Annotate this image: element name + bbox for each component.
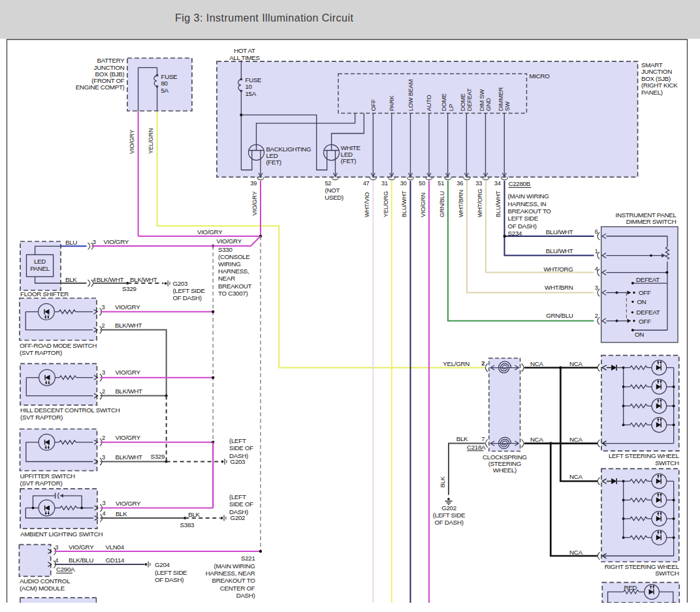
svg-text:WHT/VIO: WHT/VIO — [364, 192, 370, 217]
svg-text:(SVT RAPTOR): (SVT RAPTOR) — [20, 349, 62, 356]
svg-text:2: 2 — [481, 360, 485, 367]
svg-text:DOME: DOME — [441, 93, 447, 111]
svg-text:50: 50 — [419, 180, 425, 187]
svg-text:33: 33 — [475, 180, 482, 187]
svg-text:SWITCH: SWITCH — [655, 570, 679, 577]
svg-text:S329: S329 — [122, 285, 136, 292]
svg-text:INSTRUMENT PANEL: INSTRUMENT PANEL — [616, 211, 677, 219]
svg-text:BLK: BLK — [456, 435, 468, 442]
svg-text:(LEFT SIDE: (LEFT SIDE — [155, 569, 187, 576]
svg-text:(MAIN WIRING: (MAIN WIRING — [508, 192, 549, 200]
svg-text:FLOOR SHIFTER: FLOOR SHIFTER — [20, 290, 69, 298]
svg-text:(RIGHT KICK: (RIGHT KICK — [641, 82, 678, 89]
svg-text:OFF: OFF — [639, 289, 651, 296]
svg-text:BLK/WHT: BLK/WHT — [130, 276, 157, 283]
svg-text:15A: 15A — [246, 90, 257, 97]
svg-text:WHEEL): WHEEL) — [493, 467, 517, 474]
svg-text:BREAKOUT: BREAKOUT — [218, 283, 252, 290]
svg-text:51: 51 — [438, 180, 444, 187]
svg-text:DEFEAT: DEFEAT — [636, 276, 660, 283]
svg-text:CENTER OF: CENTER OF — [220, 585, 255, 592]
svg-text:DOME: DOME — [460, 93, 466, 111]
svg-text:DASH): DASH) — [229, 452, 248, 459]
svg-text:ON: ON — [635, 331, 644, 338]
svg-text:PANEL: PANEL — [30, 265, 50, 272]
svg-text:3: 3 — [102, 454, 105, 461]
svg-text:SIDE OF: SIDE OF — [229, 500, 253, 508]
svg-text:DIM SW: DIM SW — [479, 89, 485, 111]
svg-text:3: 3 — [595, 284, 598, 291]
svg-text:6: 6 — [595, 228, 598, 235]
svg-text:OF DASH): OF DASH) — [508, 222, 537, 230]
svg-text:1: 1 — [595, 248, 598, 254]
svg-text:YEL/GRN: YEL/GRN — [148, 129, 154, 154]
svg-text:OFF: OFF — [370, 99, 377, 112]
svg-text:HILL DESCENT CONTROL SWITCH: HILL DESCENT CONTROL SWITCH — [20, 406, 120, 414]
svg-text:SMART: SMART — [641, 61, 663, 69]
svg-text:BLK: BLK — [116, 510, 127, 517]
svg-text:(FET): (FET) — [266, 159, 281, 166]
svg-text:BLK: BLK — [439, 476, 446, 487]
svg-text:Fig 3: Instrument Illumination: Fig 3: Instrument Illumination Circuit — [175, 12, 353, 23]
svg-text:ENGINE COMPT): ENGINE COMPT) — [76, 84, 125, 91]
svg-text:(ACM) MODULE: (ACM) MODULE — [20, 585, 65, 592]
svg-text:HARNESS, NEAR: HARNESS, NEAR — [206, 570, 255, 577]
svg-text:30: 30 — [400, 180, 407, 187]
svg-text:GD114: GD114 — [106, 557, 125, 564]
svg-text:WHT/BRN: WHT/BRN — [458, 190, 464, 217]
svg-text:10: 10 — [246, 83, 253, 90]
svg-text:VIO/GRY: VIO/GRY — [197, 228, 223, 236]
svg-text:C218A: C218A — [467, 444, 486, 451]
svg-text:34: 34 — [494, 180, 501, 187]
svg-text:PARK: PARK — [389, 95, 395, 111]
svg-text:80: 80 — [161, 80, 168, 87]
svg-text:BLK: BLK — [188, 511, 200, 518]
svg-text:VIO/GRY: VIO/GRY — [104, 238, 129, 245]
svg-text:NCA: NCA — [530, 360, 543, 367]
svg-text:LP: LP — [448, 104, 454, 111]
svg-text:S221: S221 — [241, 555, 255, 562]
svg-text:SW: SW — [504, 101, 511, 111]
svg-text:BLK/WHT: BLK/WHT — [116, 453, 143, 461]
svg-text:C2280B: C2280B — [509, 180, 531, 187]
svg-text:OF DASH): OF DASH) — [434, 519, 463, 526]
svg-text:(SVT RAPTOR): (SVT RAPTOR) — [20, 480, 63, 487]
svg-text:(LEFT SIDE: (LEFT SIDE — [172, 287, 205, 294]
svg-text:(LEFT: (LEFT — [229, 437, 246, 444]
svg-text:DIMMER: DIMMER — [498, 87, 504, 111]
svg-text:VIO/GRN: VIO/GRN — [420, 192, 426, 217]
svg-text:2: 2 — [102, 435, 105, 441]
svg-text:BLK/BLU: BLK/BLU — [69, 557, 93, 564]
svg-text:BLU/WHT: BLU/WHT — [546, 247, 573, 254]
svg-text:BLU/WHT: BLU/WHT — [546, 228, 573, 236]
svg-text:MICRO: MICRO — [530, 72, 550, 80]
svg-text:ON: ON — [637, 298, 646, 305]
svg-text:3: 3 — [55, 544, 58, 551]
svg-text:HARNESS, IN: HARNESS, IN — [508, 200, 547, 207]
svg-text:VIO/GRY: VIO/GRY — [116, 434, 141, 441]
svg-text:BLU/WHT: BLU/WHT — [495, 191, 501, 217]
svg-text:PANEL): PANEL) — [641, 89, 663, 96]
svg-text:(MAIN WIRING: (MAIN WIRING — [214, 562, 255, 570]
svg-text:31: 31 — [381, 180, 388, 187]
svg-text:3: 3 — [102, 369, 105, 376]
svg-text:NCA: NCA — [569, 473, 582, 480]
svg-text:SWITCH: SWITCH — [655, 459, 679, 467]
svg-text:(CONSOLE: (CONSOLE — [218, 253, 250, 260]
svg-text:FUSE: FUSE — [161, 73, 178, 80]
svg-text:OFF-ROAD MODE SWITCH: OFF-ROAD MODE SWITCH — [20, 342, 97, 349]
svg-text:5A: 5A — [161, 87, 169, 94]
svg-text:G204: G204 — [155, 561, 170, 568]
svg-text:VIO/GRY: VIO/GRY — [129, 130, 135, 154]
svg-text:47: 47 — [363, 180, 370, 187]
svg-text:BLK/WHT: BLK/WHT — [115, 322, 142, 329]
svg-text:AUDIO CONTROL: AUDIO CONTROL — [20, 577, 71, 585]
svg-text:36: 36 — [456, 180, 463, 187]
svg-text:DASH): DASH) — [229, 508, 248, 515]
svg-text:DEFEAT: DEFEAT — [637, 309, 660, 316]
svg-text:(LEFT: (LEFT — [229, 493, 246, 500]
svg-text:BREAKOUT TO: BREAKOUT TO — [508, 207, 552, 215]
svg-text:2: 2 — [102, 388, 105, 395]
svg-text:WHT/ORG: WHT/ORG — [543, 266, 573, 273]
svg-text:G202: G202 — [441, 504, 456, 512]
